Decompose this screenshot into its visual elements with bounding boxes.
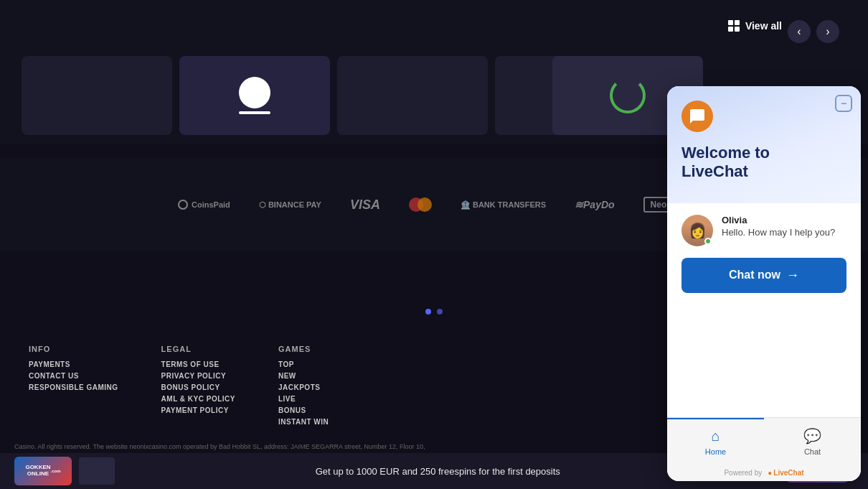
pagination [425,309,443,315]
footer-link-contact[interactable]: CONTACT US [29,372,118,380]
footer-legal-col: LEGAL TERMS OF USE PRIVACY POLICY BONUS … [161,345,235,429]
paydo-label: ≋PayDo [575,199,615,210]
agent-avatar-wrap: 👩 [681,215,713,246]
payment-mastercard [409,197,432,212]
footer-link-aml[interactable]: AML & KYC POLICY [161,395,235,403]
chat-nav-chat[interactable]: 💬 Chat [764,419,861,465]
footer-link-payment-policy[interactable]: PAYMENT POLICY [161,406,235,414]
slot-machine-image [79,457,115,485]
livechat-widget: − Welcome to LiveChat 👩 Olivia Hello. Ho… [667,86,861,481]
footer-games-col: GAMES TOP NEW JACKPOTS LIVE BONUS INSTAN… [278,345,329,429]
bank-label: 🏦 BANK TRANSFERS [461,200,546,210]
footer-link-responsible[interactable]: RESPONSIBLE GAMING [29,383,118,391]
footer-link-bonus[interactable]: BONUS POLICY [161,383,235,391]
chat-spacer [667,307,861,417]
chat-now-label: Chat now [729,269,780,281]
livechat-header: − Welcome to LiveChat [667,86,861,203]
coinspaid-icon [178,200,188,210]
agent-message: 👩 Olivia Hello. How may I help you? [667,203,861,258]
grid-icon [728,20,740,32]
chat-bottom-nav: ⌂ Home 💬 Chat [667,417,861,465]
avatar-line [239,111,270,114]
footer-link-payments[interactable]: PAYMENTS [29,360,118,368]
agent-info: Olivia Hello. How may I help you? [722,215,846,238]
carousel-next-button[interactable]: › [816,20,839,43]
footer-link-jackpots[interactable]: JACKPOTS [278,383,329,391]
payment-paydo: ≋PayDo [575,199,615,210]
coinspaid-label: CoinsPaid [192,200,230,209]
footer-link-terms[interactable]: TERMS OF USE [161,360,235,368]
payment-coinspaid: CoinsPaid [178,200,230,210]
chat-icon-nav: 💬 [803,427,821,444]
footer-link-bonus-games[interactable]: BONUS [278,406,329,414]
view-all-label: View all [745,20,782,32]
footer-link-privacy[interactable]: PRIVACY POLICY [161,372,235,380]
payment-binance: ⬡ BINANCE PAY [259,200,321,210]
chat-now-button[interactable]: Chat now → [681,258,846,293]
banner-logos: GOKKENONLINE.com [14,457,115,485]
chat-powered-by: Powered by ● LiveChat [667,465,861,481]
agent-name: Olivia [722,215,846,225]
footer-games-heading: GAMES [278,345,329,353]
avatar [239,77,270,108]
footer-link-instant[interactable]: INSTANT WIN [278,418,329,426]
livechat-logo-icon: ● [768,469,772,477]
pagination-dot-active[interactable] [425,309,431,315]
livechat-minimize-button[interactable]: − [835,95,852,112]
visa-label: VISA [350,197,380,213]
chat-icon [689,108,706,125]
footer-legal-heading: LEGAL [161,345,235,353]
livechat-title: Welcome to LiveChat [681,144,846,182]
binance-label: ⬡ BINANCE PAY [259,200,321,210]
chat-nav-home[interactable]: ⌂ Home [667,418,764,465]
pagination-dot[interactable] [437,309,443,315]
footer-link-live[interactable]: LIVE [278,395,329,403]
chat-nav-chat-label: Chat [804,447,821,456]
footer-link-top[interactable]: TOP [278,360,329,368]
chat-now-arrow-icon: → [786,268,799,283]
bonus-icon [610,78,646,113]
payment-bank: 🏦 BANK TRANSFERS [461,200,546,210]
gokken-logo: GOKKENONLINE.com [14,457,72,485]
payment-visa: VISA [350,197,380,213]
home-icon: ⌂ [711,428,720,444]
livechat-brand-icon [681,101,713,132]
banner-promo-text: Get up to 1000 EUR and 250 freespins for… [143,466,732,477]
game-card[interactable] [22,56,172,135]
online-indicator [704,238,712,245]
livechat-brand-text: LiveChat [773,469,803,477]
view-all-button[interactable]: View all [728,20,782,32]
carousel-prev-button[interactable]: ‹ [788,20,811,43]
game-card[interactable] [337,56,488,135]
game-card-avatar[interactable] [179,56,330,135]
chat-nav-home-label: Home [705,447,726,456]
footer-info-col: INFO PAYMENTS CONTACT US RESPONSIBLE GAM… [29,345,118,429]
footer-link-new[interactable]: NEW [278,372,329,380]
footer-info-heading: INFO [29,345,118,353]
mastercard-icon [409,197,432,212]
agent-greeting: Hello. How may I help you? [722,227,846,238]
